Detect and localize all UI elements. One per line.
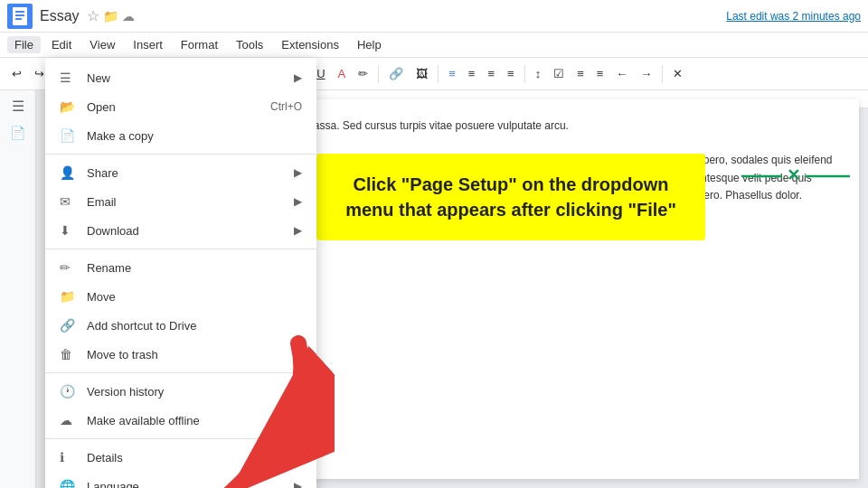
folder-icon[interactable]: 📁 (103, 9, 118, 23)
dropdown-item-rename[interactable]: ✏ Rename (45, 253, 316, 282)
dropdown-label-rename: Rename (87, 261, 302, 275)
align-center-button[interactable]: ≡ (464, 65, 480, 82)
dropdown-label-email: Email (87, 195, 294, 209)
toolbar-separator-6 (524, 65, 525, 83)
move-icon: 📁 (60, 289, 78, 304)
checklist-button[interactable]: ☑ (549, 65, 569, 82)
new-icon: ☰ (60, 70, 78, 85)
dropdown-label-download: Download (87, 224, 294, 238)
last-edit-text[interactable]: Last edit was 2 minutes ago (726, 10, 861, 23)
link-button[interactable]: 🔗 (384, 65, 408, 82)
green-decorative-elements: ✕ (741, 163, 850, 193)
dropdown-label-copy: Make a copy (87, 129, 302, 143)
open-shortcut: Ctrl+O (270, 100, 302, 113)
red-arrow-icon (154, 325, 335, 488)
new-arrow-icon: ▶ (294, 71, 302, 84)
document-title[interactable]: Essay (40, 8, 80, 24)
title-bar: Essay ☆ 📁 ☁ Last edit was 2 minutes ago (0, 0, 868, 33)
clear-formatting-button[interactable]: ✕ (668, 65, 687, 82)
open-icon: 📂 (60, 99, 78, 114)
menu-file[interactable]: File (7, 36, 41, 53)
left-sidebar: ☰ 📄 (0, 90, 36, 488)
menu-insert[interactable]: Insert (126, 36, 170, 53)
star-icon[interactable]: ☆ (87, 7, 99, 24)
dropdown-label-new: New (87, 71, 294, 85)
toolbar-separator-5 (438, 65, 439, 83)
email-arrow-icon: ▶ (294, 195, 302, 208)
dropdown-item-move[interactable]: 📁 Move (45, 282, 316, 311)
dropdown-item-share[interactable]: 👤 Share ▶ (45, 158, 316, 187)
menu-tools[interactable]: Tools (229, 36, 270, 53)
numbered-list-button[interactable]: ≡ (592, 65, 609, 82)
dropdown-item-copy[interactable]: 📄 Make a copy (45, 121, 316, 150)
dropdown-divider-2 (45, 249, 316, 249)
sidebar-icon-2[interactable]: 📄 (10, 126, 25, 140)
align-left-button[interactable]: ≡ (444, 65, 460, 82)
dropdown-label-open: Open (87, 100, 270, 114)
menu-format[interactable]: Format (174, 36, 225, 53)
language-icon: 🌐 (60, 479, 78, 488)
menu-help[interactable]: Help (350, 36, 389, 53)
align-right-button[interactable]: ≡ (483, 65, 499, 82)
dropdown-item-download[interactable]: ⬇ Download ▶ (45, 216, 316, 245)
dropdown-item-open[interactable]: 📂 Open Ctrl+O (45, 92, 316, 121)
highlight-button[interactable]: ✏ (354, 65, 373, 82)
line-spacing-button[interactable]: ↕ (531, 65, 546, 82)
trash-icon: 🗑 (60, 347, 78, 361)
svg-text:✕: ✕ (787, 166, 800, 184)
annotation-box: Click "Page Setup" on the dropdown menu … (316, 154, 705, 240)
download-icon: ⬇ (60, 223, 78, 238)
dropdown-item-email[interactable]: ✉ Email ▶ (45, 187, 316, 216)
share-arrow-icon: ▶ (294, 166, 302, 179)
email-icon: ✉ (60, 194, 78, 209)
dropdown-label-move: Move (87, 290, 302, 304)
docs-logo-icon (7, 4, 33, 29)
rename-icon: ✏ (60, 260, 78, 275)
cloud-icon[interactable]: ☁ (122, 9, 135, 23)
menu-extensions[interactable]: Extensions (274, 36, 346, 53)
align-justify-button[interactable]: ≡ (503, 65, 519, 82)
menu-view[interactable]: View (82, 36, 122, 53)
copy-icon: 📄 (60, 128, 78, 143)
dropdown-item-new[interactable]: ☰ New ▶ (45, 63, 316, 92)
details-icon: ℹ (60, 450, 78, 465)
bullet-list-button[interactable]: ≡ (572, 65, 589, 82)
indent-less-button[interactable]: ← (611, 65, 632, 82)
indent-more-button[interactable]: → (636, 65, 656, 82)
version-icon: 🕐 (60, 384, 78, 399)
dropdown-divider-1 (45, 154, 316, 155)
annotation-text: Click "Page Setup" on the dropdown menu … (338, 172, 684, 222)
menu-edit[interactable]: Edit (44, 36, 79, 53)
dropdown-label-share: Share (87, 166, 294, 180)
toolbar-separator-4 (378, 65, 379, 83)
svg-rect-3 (15, 14, 24, 16)
undo-button[interactable]: ↩ (7, 65, 26, 82)
shortcut-icon: 🔗 (60, 318, 78, 333)
svg-rect-4 (15, 18, 22, 20)
image-button[interactable]: 🖼 (411, 65, 432, 82)
font-color-button[interactable]: A (334, 65, 351, 82)
offline-icon: ☁ (60, 413, 78, 427)
download-arrow-icon: ▶ (294, 224, 302, 237)
outline-icon[interactable]: ☰ (12, 98, 24, 115)
svg-rect-2 (15, 11, 24, 13)
share-icon: 👤 (60, 165, 78, 180)
menu-bar: File Edit View Insert Format Tools Exten… (0, 33, 868, 58)
toolbar-separator-7 (662, 65, 663, 83)
